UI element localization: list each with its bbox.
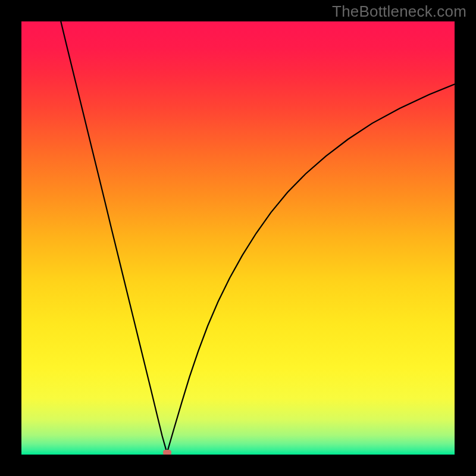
minimum-indicator-dot bbox=[163, 450, 171, 455]
plot-area bbox=[21, 21, 455, 455]
chart-frame: TheBottleneck.com bbox=[0, 0, 476, 476]
watermark: TheBottleneck.com bbox=[332, 2, 466, 21]
bottleneck-curve bbox=[21, 21, 455, 455]
